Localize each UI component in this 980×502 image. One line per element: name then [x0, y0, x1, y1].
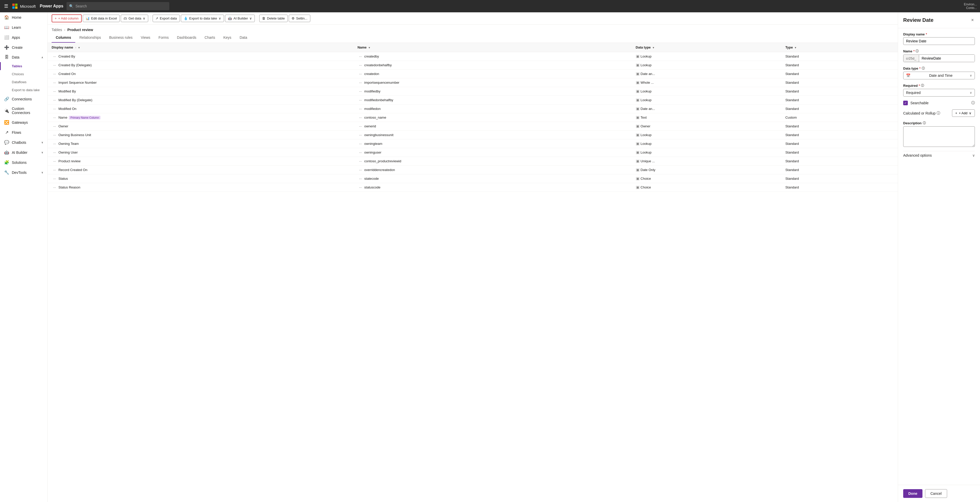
row-dots-menu-name[interactable]: ···	[358, 150, 363, 155]
tab-relationships[interactable]: Relationships	[75, 33, 105, 43]
row-dots-menu-name[interactable]: ···	[358, 54, 363, 59]
sidebar-item-ai-builder[interactable]: 🤖 AI Builder ∨	[0, 148, 47, 157]
tab-dashboards[interactable]: Dashboards	[173, 33, 200, 43]
sidebar-item-flows[interactable]: ↗ Flows	[0, 127, 47, 137]
export-data-lake-button[interactable]: 💧 Export to data lake ∨	[181, 14, 224, 22]
row-dots-menu[interactable]: ···	[52, 185, 57, 190]
sidebar-item-custom-connectors[interactable]: 🔌 Custom Connectors	[0, 104, 47, 118]
required-info-icon[interactable]: ⓘ	[921, 83, 924, 88]
row-dots-menu-name[interactable]: ···	[358, 63, 363, 68]
sidebar-item-create[interactable]: ➕ Create	[0, 42, 47, 52]
sidebar-item-data[interactable]: 🗄 Data ∧	[0, 52, 47, 62]
row-dots-menu[interactable]: ···	[52, 98, 57, 102]
tab-keys[interactable]: Keys	[220, 33, 235, 43]
data-type-cell-value: Lookup	[641, 142, 652, 146]
tab-business-rules[interactable]: Business rules	[105, 33, 137, 43]
search-bar[interactable]: 🔍	[67, 2, 169, 10]
cell-type: Custom	[781, 113, 898, 122]
delete-icon: 🗑	[262, 16, 266, 20]
add-column-button[interactable]: + + Add column	[52, 14, 82, 22]
row-dots-menu[interactable]: ···	[52, 176, 57, 181]
search-input[interactable]	[76, 4, 167, 8]
row-dots-menu-name[interactable]: ···	[358, 167, 363, 172]
display-name-cell: Owning Business Unit	[57, 133, 91, 137]
searchable-checkbox[interactable]	[903, 101, 908, 105]
delete-table-button[interactable]: 🗑 Delete table	[259, 14, 288, 22]
row-dots-menu-name[interactable]: ···	[358, 132, 363, 137]
tab-charts[interactable]: Charts	[200, 33, 219, 43]
row-dots-menu-name[interactable]: ···	[358, 124, 363, 129]
panel-close-button[interactable]: ×	[970, 16, 975, 24]
row-dots-menu[interactable]: ···	[52, 150, 57, 155]
ai-builder-button[interactable]: 🤖 AI Builder ∨	[225, 14, 255, 22]
col-header-display-name[interactable]: Display name ↑ ▾	[48, 43, 353, 52]
row-dots-menu[interactable]: ···	[52, 54, 57, 59]
row-dots-menu-name[interactable]: ···	[358, 141, 363, 146]
row-dots-menu[interactable]: ···	[52, 115, 57, 120]
description-info-icon[interactable]: ⓘ	[923, 121, 926, 125]
advanced-options-row[interactable]: Advanced options ∨	[903, 151, 975, 159]
name-cell-value: contoso_name	[363, 116, 387, 119]
hamburger-menu[interactable]: ☰	[3, 2, 9, 10]
sidebar-sub-tables[interactable]: Tables	[0, 62, 47, 70]
col-header-type[interactable]: Type ▾	[781, 43, 898, 52]
calculated-add-button[interactable]: + + Add ∨	[952, 110, 975, 117]
description-textarea[interactable]	[903, 126, 975, 147]
row-dots-menu[interactable]: ···	[52, 89, 57, 94]
row-dots-menu-name[interactable]: ···	[358, 159, 363, 164]
sidebar-item-devtools[interactable]: 🔧 DevTools ∨	[0, 167, 47, 178]
row-dots-menu[interactable]: ···	[52, 132, 57, 137]
row-dots-menu[interactable]: ···	[52, 159, 57, 164]
tab-data[interactable]: Data	[235, 33, 251, 43]
row-dots-menu[interactable]: ···	[52, 63, 57, 68]
row-dots-menu-name[interactable]: ···	[358, 185, 363, 190]
calc-info-icon[interactable]: ⓘ	[937, 111, 940, 116]
sidebar-sub-choices[interactable]: Choices	[0, 70, 47, 78]
row-dots-menu-name[interactable]: ···	[358, 71, 363, 76]
data-type-info-icon[interactable]: ⓘ	[922, 66, 925, 71]
export-data-button[interactable]: ↗ Export data	[153, 14, 180, 22]
col-header-name[interactable]: Name ▾	[353, 43, 632, 52]
name-input[interactable]	[919, 55, 975, 62]
row-dots-menu[interactable]: ···	[52, 141, 57, 146]
tab-columns[interactable]: Columns	[52, 33, 75, 43]
cell-type: Standard	[781, 78, 898, 87]
sidebar-item-apps[interactable]: ⬜ Apps	[0, 32, 47, 42]
display-name-input[interactable]	[903, 37, 975, 45]
required-select[interactable]: Required ∨	[903, 89, 975, 97]
cancel-button[interactable]: Cancel	[925, 489, 947, 498]
row-dots-menu[interactable]: ···	[52, 124, 57, 129]
tab-forms[interactable]: Forms	[154, 33, 173, 43]
row-dots-menu-name[interactable]: ···	[358, 115, 363, 120]
breadcrumb-tables-link[interactable]: Tables	[52, 28, 62, 32]
get-data-button[interactable]: 🗃 Get data ∨	[121, 14, 148, 22]
done-button[interactable]: Done	[903, 489, 923, 498]
sidebar-sub-dataflows[interactable]: Dataflows	[0, 78, 47, 86]
searchable-info-icon[interactable]: ⓘ	[971, 101, 975, 105]
sidebar-item-home[interactable]: 🏠 Home	[0, 12, 47, 22]
row-dots-menu-name[interactable]: ···	[358, 176, 363, 181]
name-info-icon[interactable]: ⓘ	[916, 49, 919, 53]
row-dots-menu[interactable]: ···	[52, 167, 57, 172]
row-dots-menu-name[interactable]: ···	[358, 106, 363, 111]
cell-type: Standard	[781, 96, 898, 105]
row-dots-menu-name[interactable]: ···	[358, 98, 363, 102]
sidebar-item-learn[interactable]: 📖 Learn	[0, 22, 47, 32]
sidebar-item-connections[interactable]: 🔗 Connections	[0, 94, 47, 104]
col-header-data-type[interactable]: Data type ▾	[632, 43, 781, 52]
row-dots-menu[interactable]: ···	[52, 80, 57, 85]
name-cell-value: ownerid	[363, 124, 376, 128]
sidebar-item-solutions[interactable]: 🧩 Solutions	[0, 157, 47, 167]
settings-button[interactable]: ⚙ Settin...	[289, 14, 310, 22]
data-type-select[interactable]: 📅 Date and Time ∨	[903, 71, 975, 79]
row-dots-menu[interactable]: ···	[52, 71, 57, 76]
row-dots-menu[interactable]: ···	[52, 106, 57, 111]
row-dots-menu-name[interactable]: ···	[358, 89, 363, 94]
tab-views[interactable]: Views	[137, 33, 154, 43]
sidebar-item-gateways[interactable]: 🔀 Gateways	[0, 118, 47, 127]
row-dots-menu-name[interactable]: ···	[358, 80, 363, 85]
sidebar-sub-export-data-lake[interactable]: Export to data lake	[0, 86, 47, 94]
sort-icon-col-type: ▾	[795, 46, 796, 49]
sidebar-item-chatbots[interactable]: 💬 Chatbots ∨	[0, 137, 47, 148]
edit-data-excel-button[interactable]: 📊 Edit data in Excel	[83, 14, 120, 22]
